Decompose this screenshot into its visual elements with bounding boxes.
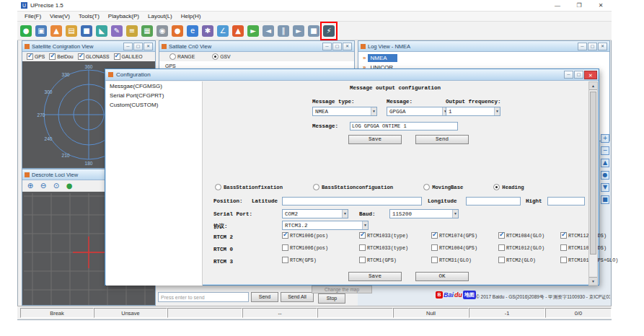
base-mode-radio[interactable]: Heading: [493, 184, 524, 190]
zoom-window-icon[interactable]: ⊙: [51, 181, 61, 190]
rtcm-checkbox[interactable]: RTCM31(GLO): [431, 257, 498, 263]
panel-close-button[interactable]: [343, 43, 352, 50]
step-back-icon[interactable]: ◄: [261, 23, 275, 39]
change-map-button[interactable]: Change the map: [312, 286, 372, 293]
system-checkbox[interactable]: GALILEO: [114, 53, 143, 60]
reset-icon[interactable]: ●: [64, 181, 74, 190]
log-panel-title-bar[interactable]: Log View - NMEA: [358, 41, 609, 52]
step-forward-icon[interactable]: ►: [291, 23, 306, 39]
menu-item[interactable]: Tools(T): [74, 13, 104, 19]
baud-select[interactable]: 115200: [389, 209, 459, 218]
dialog-save2-button[interactable]: Save: [348, 272, 402, 281]
panel-close-button[interactable]: [144, 43, 153, 50]
rtcm-checkbox[interactable]: RTCM1033(type): [359, 244, 431, 251]
log-icon[interactable]: ≡: [125, 23, 139, 39]
base-mode-radio[interactable]: BassStationfixation: [215, 184, 283, 190]
menu-item[interactable]: Layout(L): [144, 13, 177, 19]
dialog-maximize-button[interactable]: [574, 71, 583, 79]
panel-maximize-button[interactable]: [133, 43, 143, 50]
table-icon[interactable]: ▦: [140, 23, 154, 39]
receiver-config-icon[interactable]: ⚡: [322, 23, 336, 39]
plot-icon[interactable]: ∠: [216, 23, 230, 39]
message-type-select[interactable]: NMEA: [312, 107, 377, 116]
rtcm-checkbox[interactable]: RTCM(GPS): [282, 257, 359, 263]
satellite-panel-title-bar[interactable]: Satellite Conigration View: [22, 41, 155, 52]
base-mode-radio[interactable]: BassStationconfiguation: [313, 184, 393, 190]
rtcm-checkbox[interactable]: RTCM1006(pos): [282, 244, 359, 251]
send-all-button[interactable]: Send All: [281, 292, 314, 302]
title-bar[interactable]: U UPrecise 1.5 — ❐ ✕: [17, 0, 612, 12]
pause-icon[interactable]: ‖: [276, 23, 291, 39]
settings-icon[interactable]: ✱: [200, 23, 215, 39]
scroll-down-icon[interactable]: ▼: [589, 277, 597, 285]
map-zoom-out-icon[interactable]: −: [601, 146, 609, 155]
open-file-icon[interactable]: ▤: [64, 23, 79, 39]
scrollbar-thumb[interactable]: [590, 92, 596, 255]
baidu-logo[interactable]: B Bai du 地图: [436, 291, 476, 299]
display-icon[interactable]: ■: [79, 23, 94, 39]
panel-minimize-button[interactable]: [123, 43, 133, 50]
zoom-out-icon[interactable]: ⊖: [38, 181, 48, 190]
rtcm-checkbox[interactable]: RTCM2(GLO): [498, 257, 560, 263]
maximize-button[interactable]: ❐: [568, 2, 590, 9]
zoom-in-icon[interactable]: ⊕: [25, 181, 35, 190]
dialog-ok-button[interactable]: OK: [415, 272, 469, 281]
stop-button[interactable]: Stop: [318, 293, 345, 304]
menu-item[interactable]: File(F): [20, 13, 45, 19]
rtcm-checkbox[interactable]: RTCM1004(GPS): [431, 244, 498, 251]
browser-icon[interactable]: e: [185, 23, 200, 39]
system-checkbox[interactable]: BeiDou: [49, 53, 73, 60]
system-checkbox[interactable]: GLONASS: [78, 53, 110, 60]
dialog-nav-item[interactable]: Serial Port(CFGPRT): [106, 91, 202, 100]
record-icon[interactable]: ●: [170, 23, 185, 39]
serial-port-select[interactable]: COM2: [282, 209, 348, 218]
map-zoom-in-icon[interactable]: +: [601, 134, 609, 143]
cn0-panel-title-bar[interactable]: Satllate Cn0 View: [159, 41, 354, 52]
send-button[interactable]: Send: [251, 292, 278, 302]
rtcm-checkbox[interactable]: RTCM1074(GPS): [431, 232, 498, 239]
rtcm-checkbox[interactable]: RTCM1006(pos): [282, 232, 359, 239]
map-pan-up-icon[interactable]: ▲: [601, 159, 609, 167]
cn0-mode-radio[interactable]: GSV: [212, 53, 230, 60]
connect-icon[interactable]: ●: [19, 23, 33, 39]
longitude-field[interactable]: [466, 197, 521, 205]
dialog-scrollbar[interactable]: ▲ ▼: [588, 81, 598, 286]
dialog-send-button[interactable]: Send: [415, 135, 469, 144]
minimize-button[interactable]: —: [547, 2, 568, 9]
rtcm-checkbox[interactable]: RTCM1012(GLO): [498, 244, 560, 251]
panel-minimize-button[interactable]: [578, 43, 587, 50]
dialog-nav-item[interactable]: Messgae(CFGMSG): [106, 81, 202, 91]
save-icon[interactable]: ▣: [34, 23, 48, 39]
command-field[interactable]: LOG GPGGA ONTIME 1: [350, 122, 458, 131]
rtcm-checkbox[interactable]: RTCM1084(GLO): [498, 232, 560, 239]
stop-icon[interactable]: ■: [306, 23, 321, 39]
menu-item[interactable]: Help(H): [177, 13, 206, 19]
panel-maximize-button[interactable]: [588, 43, 597, 50]
map-pan-down-icon[interactable]: ▼: [601, 183, 609, 192]
command-input[interactable]: [158, 292, 249, 302]
scroll-up-icon[interactable]: ▲: [589, 82, 597, 90]
map-locate-icon[interactable]: ●: [601, 171, 609, 180]
rtcm-checkbox[interactable]: RTCM1(GPS): [359, 257, 431, 263]
panel-close-button[interactable]: [598, 43, 607, 50]
menu-item[interactable]: View(V): [45, 13, 74, 19]
panel-minimize-button[interactable]: [322, 43, 332, 50]
rtcm-checkbox[interactable]: RTCM1104(BDS): [560, 244, 606, 251]
system-checkbox[interactable]: GPS: [27, 53, 45, 60]
close-button[interactable]: ✕: [590, 2, 612, 9]
latitude-field[interactable]: [282, 197, 422, 205]
measure-icon[interactable]: ◣: [94, 23, 109, 39]
protocol-select[interactable]: RTCM3.2: [282, 221, 369, 230]
message-select[interactable]: GPGGA: [387, 107, 449, 116]
map-layers-icon[interactable]: ■: [601, 195, 609, 204]
dialog-close-button[interactable]: [584, 71, 597, 79]
camera-icon[interactable]: ◉: [155, 23, 169, 39]
dialog-title-bar[interactable]: Configuration: [105, 69, 599, 81]
base-mode-radio[interactable]: MovingBase: [423, 184, 463, 190]
rtcm-checkbox[interactable]: RTCM1033(type): [359, 232, 431, 239]
flame-icon[interactable]: ▲: [231, 23, 245, 39]
log-tree-item[interactable]: NMEA: [358, 53, 609, 63]
dialog-nav-item[interactable]: Custom(CUSTOM): [106, 100, 202, 110]
cn0-mode-radio[interactable]: RANGE: [169, 53, 195, 60]
height-field[interactable]: [547, 197, 585, 205]
